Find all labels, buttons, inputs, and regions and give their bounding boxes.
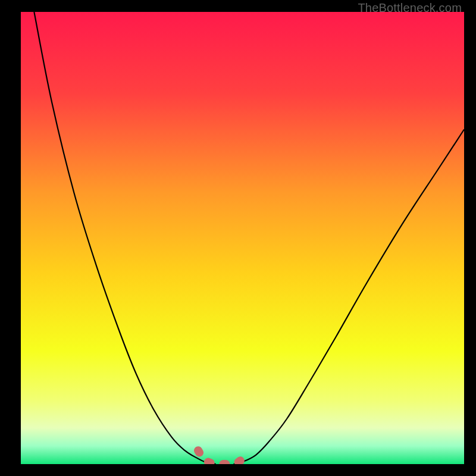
watermark-text: TheBottleneck.com [358,1,462,15]
plot-area [21,12,464,464]
chart-svg [21,12,464,464]
chart-frame: TheBottleneck.com [0,0,476,476]
